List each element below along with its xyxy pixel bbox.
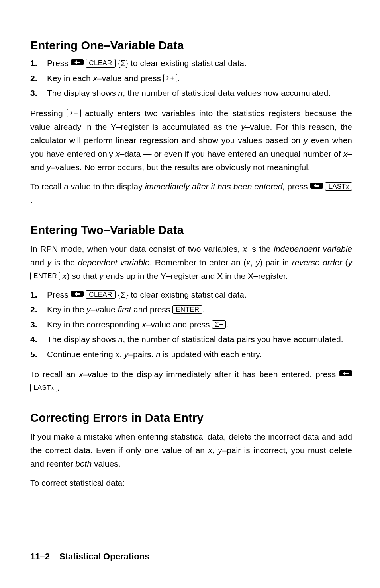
page-footer: 11–2 Statistical Operations — [30, 551, 149, 562]
step-1: 1. Press CLEAR {Σ} to clear existing sta… — [30, 288, 352, 301]
step-text: Press CLEAR {Σ} to clear existing statis… — [47, 57, 352, 70]
step-1: 1. Press CLEAR {Σ} to clear existing sta… — [30, 57, 352, 70]
lastx-key: LASTx — [325, 182, 352, 191]
sigma-plus-key: Σ+ — [67, 109, 81, 118]
shift-key-icon — [71, 59, 84, 65]
step-number: 4. — [30, 333, 41, 346]
lastx-key: LASTx — [30, 384, 57, 392]
step-3: 3. The display shows n, the number of st… — [30, 87, 352, 99]
heading-one-variable: Entering One–Variable Data — [30, 39, 352, 52]
clear-key: CLEAR — [86, 59, 115, 68]
paragraph: In RPN mode, when your data consist of t… — [30, 242, 352, 283]
step-number: 5. — [30, 348, 41, 361]
enter-key: ENTER — [30, 272, 60, 280]
sigma-plus-key: Σ+ — [163, 74, 177, 83]
step-text: Key in the corresponding x–value and pre… — [47, 318, 352, 331]
paragraph: To correct statistical data: — [30, 476, 352, 490]
step-2: 2. Key in the y–value first and press EN… — [30, 303, 352, 316]
step-number: 2. — [30, 72, 41, 85]
shift-key-icon — [310, 183, 323, 189]
step-number: 1. — [30, 288, 41, 301]
steps-two-variable: 1. Press CLEAR {Σ} to clear existing sta… — [30, 288, 352, 361]
paragraph: To recall a value to the display immedia… — [30, 180, 352, 207]
steps-one-variable: 1. Press CLEAR {Σ} to clear existing sta… — [30, 57, 352, 99]
chapter-title: Statistical Operations — [59, 551, 149, 561]
paragraph: Pressing Σ+ actually enters two variable… — [30, 107, 352, 174]
paragraph: If you make a mistake when entering stat… — [30, 430, 352, 471]
step-number: 1. — [30, 57, 41, 70]
step-4: 4. The display shows n, the number of st… — [30, 333, 352, 346]
step-text: Key in each x–value and press Σ+. — [47, 72, 352, 85]
step-text: Continue entering x, y–pairs. n is updat… — [47, 348, 352, 361]
step-number: 3. — [30, 318, 41, 331]
step-5: 5. Continue entering x, y–pairs. n is up… — [30, 348, 352, 361]
enter-key: ENTER — [172, 305, 202, 314]
step-number: 2. — [30, 303, 41, 316]
step-2: 2. Key in each x–value and press Σ+. — [30, 72, 352, 85]
heading-correcting: Correcting Errors in Data Entry — [30, 411, 352, 424]
step-number: 3. — [30, 87, 41, 99]
step-text: Key in the y–value first and press ENTER… — [47, 303, 352, 316]
step-text: The display shows n, the number of stati… — [47, 333, 352, 346]
heading-two-variable: Entering Two–Variable Data — [30, 224, 352, 237]
clear-key: CLEAR — [86, 290, 115, 299]
shift-key-icon — [71, 291, 84, 297]
paragraph: To recall an x–value to the display imme… — [30, 368, 352, 395]
shift-key-icon — [339, 370, 352, 376]
sigma-plus-key: Σ+ — [212, 320, 226, 329]
step-3: 3. Key in the corresponding x–value and … — [30, 318, 352, 331]
page-number: 11–2 — [30, 551, 50, 561]
sigma-menu: {Σ} — [118, 290, 128, 299]
sigma-menu: {Σ} — [118, 58, 128, 68]
step-text: Press CLEAR {Σ} to clear existing statis… — [47, 288, 352, 301]
step-text: The display shows n, the number of stati… — [47, 87, 352, 99]
